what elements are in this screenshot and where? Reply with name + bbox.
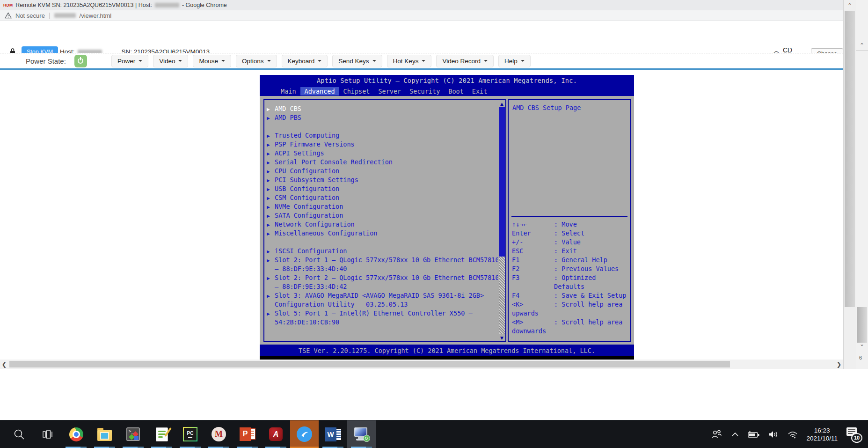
bios-menu-item[interactable]: ▶Slot 3: AVAGO MegaRAID <AVAGO MegaRAID … (267, 291, 497, 300)
bios-help-title: AMD CBS Setup Page (512, 104, 581, 111)
bios-footer: TSE Ver. 2.20.1275. Copyright (C) 2021 A… (260, 345, 634, 356)
bios-menu-item[interactable]: ▶iSCSI Configuration (267, 247, 497, 256)
menu-button-power[interactable]: Power (111, 55, 148, 67)
tray-time: 16:23 (806, 426, 838, 434)
dingtalk-icon (297, 426, 312, 442)
people-button[interactable] (711, 429, 723, 440)
vertical-scrollbar-inner[interactable]: ⌃ (843, 0, 856, 369)
menu-button-send-keys[interactable]: Send Keys (332, 55, 382, 67)
scroll-up-arrow-icon[interactable]: ⌃ (844, 1, 856, 10)
taskbar-terminal-button[interactable]: >_ (119, 420, 147, 448)
bios-menu-item[interactable]: ▶NVMe Configuration (267, 202, 497, 211)
bios-menu-item[interactable]: ▶AMD PBS (267, 113, 497, 122)
caret-down-icon (178, 60, 182, 62)
bios-menu-item[interactable]: ▶CSM Configuration (267, 193, 497, 202)
bios-menu-item[interactable]: 54:2B:DE:10:CB:90 (267, 318, 497, 327)
taskbar-chrome-button[interactable] (62, 420, 90, 448)
scroll-down-arrow-icon[interactable]: ⌄ (856, 340, 868, 348)
bios-tab-boot[interactable]: Boot (444, 87, 468, 95)
bios-menu-item[interactable]: ▶PCI Subsystem Settings (267, 176, 497, 184)
taskbar-remote-desktop-button[interactable]: ↻ (347, 420, 376, 448)
horizontal-scrollbar[interactable]: ❮ ❯ (0, 360, 843, 369)
scroll-down-arrow-icon[interactable]: ▼ (498, 334, 505, 341)
menu-button-video[interactable]: Video (153, 55, 188, 67)
menu-button-video-record[interactable]: Video Record (436, 55, 494, 67)
bios-tab-exit[interactable]: Exit (468, 87, 492, 95)
menu-button-keyboard[interactable]: Keyboard (282, 55, 328, 67)
address-bar[interactable]: Not secure | /viewer.html (0, 10, 868, 21)
taskbar-file-explorer-button[interactable] (90, 420, 119, 448)
bios-menu-item[interactable]: ▶AMD CBS (267, 104, 497, 113)
word-icon: W (325, 427, 341, 441)
bios-screen: Aptio Setup Utility – Copyright (C) 2021… (260, 75, 634, 360)
volume-button[interactable] (768, 430, 779, 439)
battery-button[interactable] (747, 430, 760, 439)
bios-tab-server[interactable]: Server (374, 87, 405, 95)
bios-menu-item[interactable]: ▶Trusted Computing (267, 131, 497, 140)
taskbar-pycharm-button[interactable]: PC (176, 420, 204, 448)
scroll-left-arrow-icon[interactable]: ❮ (0, 360, 8, 369)
scroll-up-arrow-icon[interactable]: ⌃ (856, 41, 868, 50)
bios-menu-item[interactable]: ▶SATA Configuration (267, 211, 497, 220)
help-key-row-wrap: downwards (512, 327, 629, 336)
menu-button-options[interactable]: Options (236, 55, 277, 67)
bios-tab-security[interactable]: Security (405, 87, 444, 95)
system-tray: 16:23 2021/10/11 10 (711, 420, 868, 448)
taskbar-text-editor-button[interactable] (147, 420, 176, 448)
taskbar-dingtalk-button[interactable] (290, 420, 319, 448)
bios-menu-item[interactable]: ▶ACPI Settings (267, 149, 497, 158)
power-state-button[interactable] (74, 55, 87, 67)
clock[interactable]: 16:23 2021/10/11 (806, 426, 838, 442)
chevron-up-icon (731, 431, 739, 438)
bios-tab-main[interactable]: Main (277, 87, 300, 95)
bios-menu-item[interactable]: ▶Slot 2: Port 1 – QLogic 577xx/578xx 10 … (267, 256, 497, 264)
list-spacer (267, 122, 497, 131)
bios-menu-item[interactable]: ▶Serial Port Console Redirection (267, 158, 497, 167)
scroll-up-arrow-icon[interactable]: ▲ (498, 100, 505, 107)
horizontal-scrollbar-thumb[interactable] (9, 361, 730, 367)
screen: HDM Remote KVM SN: 210235A2QU6215VM0013 … (0, 0, 868, 448)
menu-button-mouse[interactable]: Mouse (193, 55, 231, 67)
bios-menu-item[interactable]: ▶Slot 5: Port 1 – Intel(R) Ethernet Cont… (267, 309, 497, 318)
scrollbar-thumb[interactable] (499, 107, 505, 257)
warning-icon (5, 12, 12, 19)
network-button[interactable] (787, 430, 798, 439)
menu-button-help[interactable]: Help (498, 55, 531, 67)
taskbar-mail-button[interactable]: M (204, 420, 233, 448)
taskbar-search-button[interactable] (5, 420, 33, 448)
bios-menu-scrollbar[interactable]: ▲ ▼ (498, 100, 505, 341)
bios-menu-item[interactable]: ▶Miscellaneous Configuration (267, 229, 497, 238)
bios-tab-chipset[interactable]: Chipset (339, 87, 374, 95)
hdm-favicon: HDM (3, 3, 13, 7)
vertical-scrollbar-thumb[interactable] (845, 11, 855, 307)
submenu-arrow-icon: ▶ (267, 229, 275, 238)
taskbar-powerpoint-button[interactable]: P (233, 420, 262, 448)
vertical-scrollbar-thumb[interactable] (857, 307, 867, 343)
scroll-right-arrow-icon[interactable]: ❯ (835, 360, 843, 369)
submenu-arrow-icon: ▶ (267, 114, 275, 123)
bios-menu-item[interactable]: – 88:DF:9E:33:4D:40 (267, 264, 497, 273)
taskbar-word-button[interactable]: W (319, 420, 347, 448)
taskbar-acrobat-button[interactable]: A (262, 420, 290, 448)
bios-menu-item[interactable]: Configuration Utility – 03.25.05.13 (267, 300, 497, 309)
submenu-arrow-icon: ▶ (267, 274, 275, 283)
help-key-row: +/-: Value (512, 238, 629, 247)
taskbar-task-view-button[interactable] (33, 420, 62, 448)
vertical-scrollbar-outer[interactable]: ⌃ ⌄ (856, 0, 868, 369)
submenu-arrow-icon: ▶ (267, 309, 275, 318)
menu-button-hot-keys[interactable]: Hot Keys (387, 55, 432, 67)
notification-center-button[interactable]: 10 (846, 426, 861, 442)
bios-menu-item[interactable]: ▶Slot 2: Port 2 – QLogic 577xx/578xx 10 … (267, 273, 497, 282)
submenu-arrow-icon: ▶ (267, 256, 275, 265)
scrollbar-track[interactable] (499, 257, 505, 334)
bios-tab-advanced[interactable]: Advanced (300, 87, 339, 95)
bios-menu-item[interactable]: ▶PSP Firmware Versions (267, 140, 497, 149)
bios-menu-item[interactable]: ▶USB Configuration (267, 184, 497, 193)
bios-menu-item[interactable]: – 88:DF:9E:33:4D:42 (267, 282, 497, 291)
powerpoint-icon: P (240, 427, 255, 441)
bios-menu-item[interactable]: ▶CPU Configuration (267, 167, 497, 176)
bios-menu-item[interactable]: ▶Network Configuration (267, 220, 497, 229)
tray-expand-button[interactable] (731, 431, 739, 438)
scrollbar-divider (856, 50, 868, 51)
bios-help-keys: ↑↓→←: MoveEnter: Select+/-: ValueESC: Ex… (512, 220, 629, 336)
